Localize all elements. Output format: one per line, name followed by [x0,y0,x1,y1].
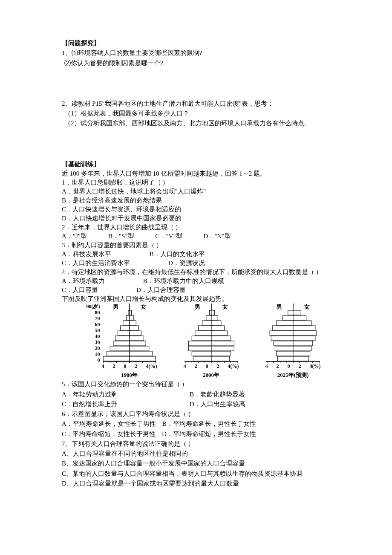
section-inquiry-title: 【问题探究】 [62,38,341,48]
svg-rect-56 [198,326,211,330]
pyramid-chart-icon [102,304,157,363]
options-5cd: C．自然增长率上升 D．人口出生率较高 [62,399,341,409]
option-5c: C．自然增长率上升 [62,399,190,409]
svg-rect-21 [130,336,144,341]
q2-sub2: （2）试分析我国东部、西部地区以及南方、北方地区的环境人口承载力各有什么特点。 [62,119,341,128]
svg-rect-88 [272,326,293,330]
svg-rect-23 [130,331,141,335]
svg-rect-58 [202,321,211,325]
option-1b: B．是社会经济高速发展的必然结果 [62,196,341,205]
svg-rect-29 [130,315,133,320]
svg-rect-59 [211,321,221,325]
svg-rect-90 [276,321,293,325]
option-4a: A．环境承载力 [62,277,105,286]
option-2b: B．"S"型 [108,232,134,241]
options-4cd: C．人口容量 D．人口合理容量 [62,286,341,295]
chart-intro: 下图反映了亚洲某国人口增长与构成的变化及其发展趋势。 [62,295,341,304]
svg-rect-57 [211,326,225,330]
pyramid-chart-icon [265,304,321,363]
svg-rect-12 [104,356,130,361]
pyramid-2000: 男 女 4 2 0 2 4(%) 2000年 [184,304,239,380]
option-7c: C、某地的人口数量与人口合理容量相当，表明人口与其赖以生存的物质资源基本协调 [62,469,341,479]
q2-sub1: （1）根据此表，我国最多可承载多少人口？ [62,109,341,119]
option-4b: B．环境承载力中的人口规模 [143,277,224,286]
options-4ab: A．环境承载力 B．环境承载力中的人口规模 [62,277,341,286]
option-6d: D．平均寿命缩短，男性长于女性 [162,431,256,437]
y-axis-top: 90(岁) [82,304,100,309]
year-1980: 1980年 [102,371,157,379]
question-3: 3．制约人口容量的首要因素是（ ） [62,241,341,250]
pyramid-2025: 男 女 4 2 0 2 4(%) 2025年(预测) [265,304,321,380]
option-1a: A．世界人口增长过快，地球上将会出现"人口爆炸" [62,187,341,196]
svg-rect-47 [211,351,231,356]
options-6ab: A．平均寿命延长，女性长于男性 B．平均寿命延长，男性长于女性 [62,419,341,429]
svg-rect-79 [293,351,310,356]
svg-rect-61 [211,315,218,320]
female-label: 女 [222,303,228,311]
options-3ab: A．科技发展水平 B．人口的文化水平 [62,250,341,259]
year-2000: 2000年 [184,371,239,379]
svg-rect-24 [120,326,129,330]
svg-rect-89 [293,326,315,330]
svg-rect-86 [270,331,293,335]
svg-rect-53 [211,336,231,341]
svg-rect-60 [206,315,211,320]
svg-rect-26 [123,321,129,325]
female-label: 女 [304,303,310,311]
svg-rect-28 [126,315,130,320]
svg-rect-27 [130,321,136,325]
options-6cd: C．平均寿命缩短，女性长于男性 D．平均寿命缩短，男性长于女性 [62,429,341,439]
svg-rect-85 [293,336,315,341]
svg-rect-92 [282,315,293,320]
svg-rect-49 [211,346,234,351]
question-1: 1．世界人口急剧膨胀，这说明了（ ） [62,178,341,187]
intro-line: 近 100 多年来，世界人口每增加 10 亿所需时间越来越短，回答 1～2 题。 [62,169,341,178]
pyramid-1980: 90(岁) 80 70 60 50 40 30 20 10 0 男 女 [82,304,157,380]
svg-rect-54 [195,331,211,335]
svg-rect-55 [211,331,228,335]
svg-rect-50 [188,341,211,346]
svg-rect-18 [113,341,129,346]
svg-rect-93 [293,315,306,320]
svg-rect-82 [274,341,293,346]
population-pyramids: 90(岁) 80 70 60 50 40 30 20 10 0 男 女 [82,304,321,380]
option-7b: B、发达国家的人口合理容量一般小于发展中国家的人口合理容量 [62,459,341,468]
svg-rect-48 [188,346,211,351]
svg-rect-83 [293,341,313,346]
svg-rect-76 [277,356,293,361]
option-3c: C．人口的生活消费水平 [62,259,130,268]
svg-rect-14 [107,351,129,356]
q1-line2: ⑵你认为首要的限制因素是哪一个? [62,58,341,68]
svg-rect-91 [293,321,311,325]
svg-rect-19 [130,341,146,346]
option-4d: D．人口合理容量 [136,286,186,295]
svg-rect-20 [115,336,130,341]
svg-rect-84 [271,336,293,341]
svg-rect-22 [118,331,129,335]
svg-rect-46 [192,351,211,356]
option-7d: D、人口合理容量就是一个国家或地区需要达到的最大人口数量 [62,479,341,489]
question-6: 6．示意图显示，该国人口平均寿命状况是（ ） [62,409,341,419]
svg-rect-15 [130,351,152,356]
q2-line1: 2、读教材 P15"我国各地区的土地生产潜力和最大可能人口密度"表，思考： [62,99,341,109]
option-6c: C．平均寿命缩短，女性长于男性 [62,431,156,437]
question-7: 7、下列有关人口合理容量的说法正确的是（ ） [62,439,341,449]
option-1c: C．人口快速增长与资源、环境是相适应的 [62,205,341,214]
y-axis: 90(岁) 80 70 60 50 40 30 20 10 0 [82,304,102,380]
svg-rect-16 [110,346,130,351]
svg-rect-52 [192,336,211,341]
option-2d: D．"N"型 [204,232,231,241]
option-2a: A．"J"型 [62,232,87,241]
svg-rect-80 [275,346,293,351]
female-label: 女 [141,303,146,311]
option-5a: A．年轻劳动力过剩 [62,390,190,399]
svg-rect-17 [130,346,149,351]
option-3a: A．科技发展水平 [62,250,111,259]
q1-line1: 1、⑴环境容纳人口的数量主要受哪些因素的限制? [62,48,341,58]
male-label: 男 [195,303,200,311]
question-4: 4．特定地区的资源与环境，在维持最低生存标准的情况下，所能承受的最大人口数量是（… [62,268,341,277]
option-3d: D．资源状况 [168,259,205,268]
option-1d: D．人口快速增长对于发展中国家是必要的 [62,214,341,223]
options-2: A．"J"型 B．"S"型 C．"V"型 D．"N"型 [62,232,341,241]
year-2025: 2025年(预测) [265,371,321,379]
